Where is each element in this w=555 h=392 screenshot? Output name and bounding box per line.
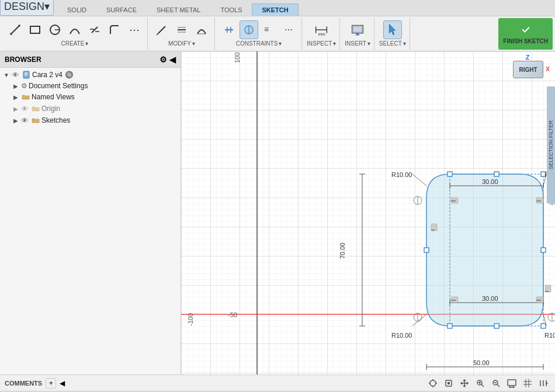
select-btn[interactable] — [383, 20, 402, 39]
constraints-btn1[interactable] — [220, 20, 238, 39]
finish-sketch-button[interactable]: FINISH SKETCH — [498, 18, 553, 50]
tree-item-root[interactable]: ▼ 👁 Cara 2 v4 🔘 — [0, 69, 181, 81]
sketches-folder-icon — [31, 116, 40, 125]
tab-tools[interactable]: TOOLS — [210, 4, 252, 16]
svg-text:30.00: 30.00 — [482, 178, 498, 185]
constraints-more-btn[interactable]: ⋯ — [279, 20, 298, 39]
svg-line-99 — [481, 384, 484, 387]
named-views-folder-icon — [21, 92, 30, 102]
selection-filter-label: SELECTION FILTER — [548, 120, 554, 169]
svg-point-1 — [18, 25, 20, 27]
add-comment-button[interactable]: + — [46, 378, 56, 388]
svg-text:≡: ≡ — [264, 25, 269, 34]
browser-panel: BROWSER ⚙ ◀ ▼ 👁 Cara 2 v4 🔘 ▶ ⚙ Docume — [0, 51, 181, 374]
constraints-btn2[interactable] — [240, 20, 258, 39]
svg-rect-72 — [451, 300, 456, 301]
inspect-label: INSPECT — [307, 40, 332, 47]
create-fillet-btn[interactable] — [105, 20, 124, 39]
canvas-area[interactable]: 100 -50 -100 — [181, 51, 555, 374]
origin-snap-btn[interactable] — [442, 376, 456, 390]
constraints-btn3[interactable]: ≡ — [259, 20, 278, 39]
svg-point-26 — [519, 24, 532, 36]
viewcube-face[interactable]: RIGHT X — [513, 61, 543, 78]
named-views-label: Named Views — [32, 93, 75, 101]
svg-rect-2 — [30, 26, 40, 33]
create-trim-btn[interactable] — [85, 20, 104, 39]
modify-label: MODIFY — [168, 40, 191, 47]
svg-text:R10.00: R10.00 — [391, 332, 412, 339]
root-eye-icon[interactable]: 👁 — [12, 71, 19, 79]
inspect-group: mm INSPECT ▾ — [303, 18, 340, 50]
grid-toggle-btn[interactable] — [521, 376, 535, 390]
named-views-arrow[interactable]: ▶ — [12, 93, 20, 101]
insert-group: INSERT ▾ — [341, 18, 374, 50]
svg-rect-86 — [545, 291, 549, 292]
more-display-btn[interactable] — [536, 376, 550, 390]
doc-settings-arrow[interactable]: ▶ — [12, 82, 20, 90]
svg-marker-25 — [389, 25, 395, 35]
tree-item-sketches[interactable]: ▶ 👁 Sketches — [0, 115, 181, 126]
modify-group: MODIFY ▾ — [149, 18, 215, 50]
svg-rect-74 — [536, 300, 541, 301]
tab-solid[interactable]: SOLID — [57, 4, 96, 16]
zoom-fit-btn[interactable] — [489, 376, 503, 390]
tab-sketch[interactable]: SKETCH — [252, 4, 298, 16]
root-eye2-icon[interactable]: 🔘 — [65, 71, 74, 79]
create-rect-btn[interactable] — [26, 20, 44, 39]
browser-content: ▼ 👁 Cara 2 v4 🔘 ▶ ⚙ Document Settings ▶ — [0, 68, 181, 374]
svg-text:-50: -50 — [228, 311, 237, 318]
design-button[interactable]: DESIGN ▾ — [0, 0, 54, 16]
svg-text:R10.00: R10.00 — [544, 332, 555, 339]
modify-btn2[interactable] — [172, 20, 191, 39]
origin-arrow[interactable]: ▶ — [12, 105, 20, 113]
create-line-btn[interactable] — [6, 20, 25, 39]
svg-rect-42 — [541, 324, 546, 328]
viewcube-face-label: RIGHT — [519, 67, 537, 73]
tab-sheet-metal[interactable]: SHEET METAL — [147, 4, 210, 16]
pan-btn[interactable] — [457, 376, 471, 390]
sketches-arrow[interactable]: ▶ — [12, 116, 20, 124]
create-circle-btn[interactable] — [46, 20, 64, 39]
root-label: Cara 2 v4 — [32, 71, 63, 79]
tree-item-named-views[interactable]: ▶ Named Views — [0, 91, 181, 103]
browser-header: BROWSER ⚙ ◀ — [0, 51, 181, 68]
svg-text:70.00: 70.00 — [339, 242, 346, 259]
svg-rect-39 — [448, 172, 452, 176]
tree-item-doc-settings[interactable]: ▶ ⚙ Document Settings — [0, 81, 181, 91]
modify-btn1[interactable] — [152, 20, 171, 39]
doc-settings-label: Document Settings — [29, 82, 88, 90]
create-arc-btn[interactable] — [65, 20, 84, 39]
zoom-btn[interactable] — [473, 376, 487, 390]
browser-settings-icon[interactable]: ⚙ — [159, 55, 167, 64]
root-arrow[interactable]: ▼ — [2, 71, 11, 79]
finish-sketch-group: FINISH SKETCH — [498, 18, 553, 50]
display-btn[interactable] — [505, 376, 519, 390]
create-more-btn[interactable]: ⋯ — [125, 20, 144, 39]
svg-rect-23 — [353, 26, 362, 32]
select-group: SELECT ▾ — [376, 18, 410, 50]
svg-rect-70 — [536, 200, 541, 202]
viewcube[interactable]: Z RIGHT X — [511, 54, 546, 86]
selection-filter-panel: SELECTION FILTER — [547, 86, 555, 203]
bottom-expand-icon[interactable]: ◀ — [60, 379, 65, 387]
svg-rect-84 — [431, 230, 435, 231]
inspect-btn[interactable]: mm — [312, 20, 331, 39]
svg-rect-45 — [424, 248, 429, 252]
sketches-eye-icon[interactable]: 👁 — [21, 116, 29, 125]
toolbar-tabs: DESIGN ▾ SOLID SURFACE SHEET METAL TOOLS… — [0, 0, 555, 16]
main-area: BROWSER ⚙ ◀ ▼ 👁 Cara 2 v4 🔘 ▶ ⚙ Docume — [0, 51, 555, 374]
tab-surface[interactable]: SURFACE — [96, 4, 147, 16]
insert-btn[interactable] — [348, 20, 367, 39]
origin-label: Origin — [41, 105, 60, 113]
viewcube-z-label: Z — [526, 54, 530, 61]
svg-line-103 — [497, 384, 500, 387]
tree-item-origin[interactable]: ▶ 👁 Origin — [0, 103, 181, 115]
origin-eye-icon[interactable]: 👁 — [21, 105, 29, 113]
svg-text:R10.00: R10.00 — [391, 171, 412, 178]
snap-btn[interactable] — [426, 376, 440, 390]
browser-expand-icon[interactable]: ◀ — [169, 55, 176, 64]
select-label: SELECT — [379, 40, 402, 47]
modify-btn3[interactable] — [192, 20, 211, 39]
inspect-dropdown-icon: ▾ — [333, 40, 336, 47]
svg-rect-46 — [541, 248, 546, 252]
